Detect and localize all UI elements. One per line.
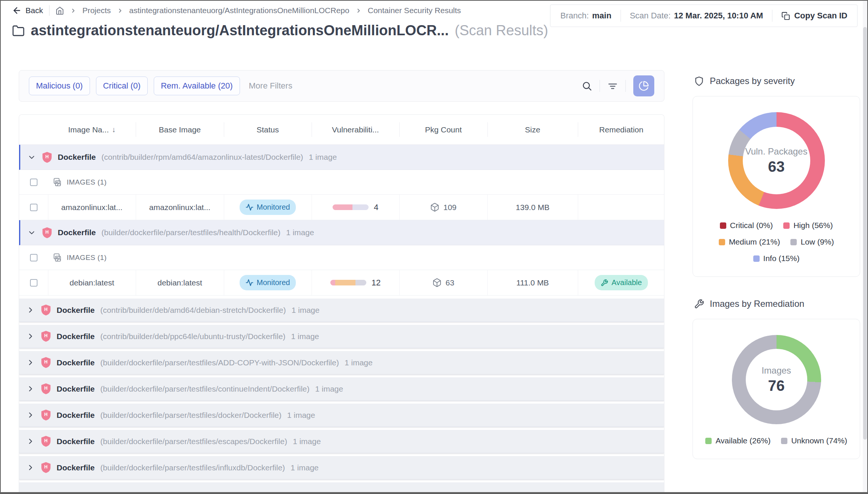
filter-bar: Malicious (0) Critical (0) Rem. Availabl… xyxy=(19,70,664,102)
dockerfile-group-row[interactable]: HDockerfile(contrib/builder/rpm/amd64/am… xyxy=(19,145,664,170)
group-path: (builder/dockerfile/parser/testfiles/doc… xyxy=(100,411,282,420)
legend-item: High (56%) xyxy=(783,221,833,230)
legend-item: Critical (0%) xyxy=(720,221,773,230)
breadcrumb-projects[interactable]: Projects xyxy=(82,6,111,15)
page-subtitle: (Scan Results) xyxy=(455,23,548,39)
images-subheader-row: IMAGES (1) xyxy=(19,245,664,270)
scan-info-box: Branch: main Scan Date: 12 Mar. 2025, 10… xyxy=(550,5,858,27)
divider xyxy=(625,80,626,92)
back-button[interactable]: Back xyxy=(12,6,43,15)
chevron-down-icon[interactable] xyxy=(27,153,36,162)
group-path: (builder/dockerfile/parser/testfiles/hea… xyxy=(102,228,280,237)
high-severity-shield-badge: H xyxy=(41,304,51,316)
packages-by-severity-title: Packages by severity xyxy=(694,76,860,86)
chevron-right-icon[interactable] xyxy=(25,358,35,367)
more-filters-button[interactable]: More Filters xyxy=(249,81,292,91)
donut-center-value: 63 xyxy=(768,158,785,175)
column-pkg-count[interactable]: Pkg Count xyxy=(399,115,487,144)
legend-item: Info (15%) xyxy=(753,254,800,263)
dockerfile-group-row[interactable]: HDockerfile(contrib/builder/deb/ppc64le/… xyxy=(19,325,664,348)
charts-toggle-button[interactable] xyxy=(633,75,654,96)
package-cube-icon xyxy=(430,203,439,212)
image-row[interactable]: debian:latestdebian:latestMonitored12631… xyxy=(19,270,664,296)
chevron-right-icon[interactable] xyxy=(25,411,35,419)
group-image-count: 1 image xyxy=(291,332,319,341)
table-header: Image Na... ↓ Base Image Status Vulnerab… xyxy=(19,115,664,145)
severity-legend: Critical (0%)High (56%)Medium (21%)Low (… xyxy=(702,221,852,263)
images-by-remediation-donut: Images 76 xyxy=(732,335,821,424)
legend-item: Medium (21%) xyxy=(719,237,780,246)
pulse-icon xyxy=(246,279,253,287)
column-status[interactable]: Status xyxy=(224,115,312,144)
row-checkbox[interactable] xyxy=(30,179,37,186)
legend-item: Unknown (74%) xyxy=(781,436,847,445)
group-image-count: 1 image xyxy=(291,306,319,315)
pie-chart-icon xyxy=(639,81,649,91)
dockerfile-group-row[interactable]: HDockerfile(builder/dockerfile/parser/te… xyxy=(19,430,664,453)
chevron-down-icon[interactable] xyxy=(27,228,36,237)
high-severity-shield-badge: H xyxy=(41,435,51,447)
chevron-right-icon[interactable] xyxy=(25,306,35,314)
chevron-right-icon[interactable] xyxy=(25,332,35,341)
filter-lines-icon[interactable] xyxy=(607,81,618,91)
group-path: (contrib/builder/deb/ppc64le/ubuntu-trus… xyxy=(100,332,286,341)
dockerfile-group-row[interactable]: HDockerfile(builder/dockerfile/parser/te… xyxy=(19,220,664,245)
dockerfile-group-row[interactable]: HDockerfile(builder/dockerfile/parser/te… xyxy=(19,404,664,427)
package-cube-icon xyxy=(432,278,442,287)
group-image-count: 1 image xyxy=(286,228,314,237)
copy-scan-id-button[interactable]: Copy Scan ID xyxy=(781,11,847,21)
column-base-image[interactable]: Base Image xyxy=(136,115,224,144)
search-icon[interactable] xyxy=(582,81,592,91)
group-image-count: 1 image xyxy=(287,411,315,420)
dockerfile-group-row[interactable]: HDockerfile(contrib/builder/deb/amd64/de… xyxy=(19,299,664,322)
sort-descending-icon[interactable]: ↓ xyxy=(112,125,115,134)
remediation-legend: Available (26%)Unknown (74%) xyxy=(705,436,847,445)
dockerfile-group-row[interactable]: HDockerfile(builder/dockerfile/parser/te… xyxy=(19,377,664,401)
group-image-count: 1 image xyxy=(345,358,373,367)
breadcrumb-repo[interactable]: astintegrationstenanteuorg/AstIntegratio… xyxy=(129,6,349,15)
high-severity-shield-badge: H xyxy=(41,409,51,421)
group-path: (contrib/builder/rpm/amd64/amazonlinux-l… xyxy=(102,153,303,162)
chevron-right-icon[interactable] xyxy=(25,437,35,446)
column-vulnerabilities[interactable]: Vulnerabiliti... xyxy=(312,115,399,144)
chevron-right-icon[interactable] xyxy=(25,463,35,472)
branch-label: Branch: xyxy=(560,11,589,21)
branch-info: Branch: main xyxy=(560,11,611,21)
filter-chip-critical[interactable]: Critical (0) xyxy=(96,77,148,95)
legend-item: Low (9%) xyxy=(790,237,834,246)
monitored-badge: Monitored xyxy=(240,200,296,215)
legend-swatch xyxy=(753,255,760,262)
row-checkbox[interactable] xyxy=(30,254,37,261)
filter-chip-malicious[interactable]: Malicious (0) xyxy=(29,77,90,95)
column-remediation[interactable]: Remediation xyxy=(578,115,664,144)
images-by-remediation-title: Images by Remediation xyxy=(694,299,860,309)
high-severity-shield-badge: H xyxy=(41,357,51,368)
results-table: Image Na... ↓ Base Image Status Vulnerab… xyxy=(19,114,664,494)
results-section: Malicious (0) Critical (0) Rem. Availabl… xyxy=(19,70,664,494)
images-icon xyxy=(52,177,62,187)
svg-text:H: H xyxy=(44,412,48,417)
column-image-name[interactable]: Image Na... ↓ xyxy=(48,115,136,144)
monitored-badge: Monitored xyxy=(240,275,296,290)
row-checkbox[interactable] xyxy=(30,204,37,211)
vulnerability-bar-segment xyxy=(355,280,366,285)
row-checkbox[interactable] xyxy=(30,279,37,287)
scrollbar[interactable] xyxy=(863,1,867,492)
dockerfile-group-row[interactable]: HDockerfile(builder/dockerfile/parser/te… xyxy=(19,456,664,479)
select-all-column xyxy=(19,115,48,144)
donut-center-value: 76 xyxy=(768,377,785,394)
image-row[interactable]: amazonlinux:lat...amazonlinux:lat...Moni… xyxy=(19,195,664,220)
charts-panel: Packages by severity Vuln. Packages 63 C… xyxy=(693,76,860,459)
home-icon[interactable] xyxy=(55,6,64,15)
dockerfile-group-row[interactable]: HDockerfile(builder/dockerfile/parser/te… xyxy=(19,351,664,374)
table-body: HDockerfile(contrib/builder/rpm/amd64/am… xyxy=(19,145,664,479)
remediation-cell xyxy=(578,195,664,220)
vulnerability-bar-segment xyxy=(330,280,335,285)
breadcrumb-container-security-results[interactable]: Container Security Results xyxy=(368,6,461,15)
scrollbar-thumb[interactable] xyxy=(863,27,867,440)
chevron-right-icon[interactable] xyxy=(25,384,35,393)
column-size[interactable]: Size xyxy=(487,115,578,144)
high-severity-shield-badge: H xyxy=(41,462,51,473)
filter-chip-rem-available[interactable]: Rem. Available (20) xyxy=(154,77,240,95)
vulnerabilities-cell: 4 xyxy=(312,195,399,220)
